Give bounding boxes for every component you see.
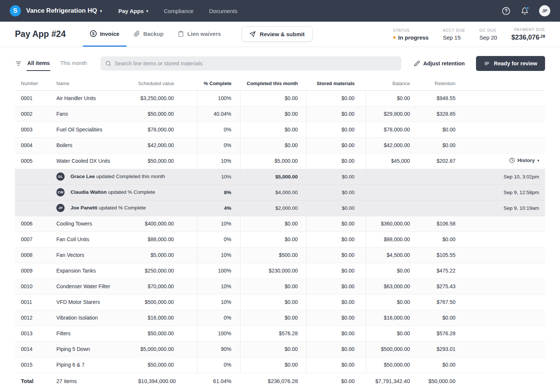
line-stored-materials[interactable]: $0.00 — [306, 357, 366, 373]
user-avatar[interactable]: JP — [539, 5, 550, 16]
table-row[interactable]: 0002 Fans $50,000.00 40.04% $0.00 $0.00 … — [15, 106, 545, 122]
line-completed-this-month[interactable]: $0.00 — [240, 231, 306, 247]
line-stored-materials[interactable]: $0.00 — [306, 279, 366, 294]
line-percent-complete[interactable]: 100% — [197, 326, 240, 341]
table-row[interactable]: 0004 Boilers $42,000.00 0% $0.00 $0.00 $… — [15, 137, 545, 153]
total-items-count: 27 items — [56, 373, 138, 390]
line-percent-complete[interactable]: 10% — [197, 279, 240, 294]
table-row[interactable]: 0005 Water Cooled DX Units $50,000.00 10… — [15, 153, 545, 169]
help-icon[interactable] — [502, 7, 510, 15]
line-stored-materials[interactable]: $0.00 — [306, 310, 366, 326]
line-completed-this-month[interactable]: $0.00 — [240, 122, 306, 137]
line-scheduled-value: $50,000.00 — [138, 357, 197, 373]
table-row[interactable]: 0003 Fuel Oil Specialities $78,000.00 0%… — [15, 122, 545, 137]
line-completed-this-month[interactable]: $0.00 — [240, 90, 306, 106]
line-completed-this-month[interactable]: $0.00 — [240, 341, 306, 357]
table-row[interactable]: 0011 VFD Motor Starers $500,000.00 10% $… — [15, 294, 545, 310]
line-completed-this-month[interactable]: $0.00 — [240, 106, 306, 122]
line-percent-complete[interactable]: 0% — [197, 137, 240, 153]
line-stored-materials[interactable]: $0.00 — [306, 263, 366, 279]
line-percent-complete[interactable]: 10% — [197, 247, 240, 263]
line-balance: $42,000.00 — [366, 137, 413, 153]
table-row[interactable]: 0001 Air Handler Units $3,250,000.00 100… — [15, 90, 545, 106]
table-row[interactable]: 0006 Cooling Towers $400,000.00 10% $0.0… — [15, 216, 545, 231]
table-row[interactable]: 0012 Vibration Isolation $16,000.00 0% $… — [15, 310, 545, 326]
line-percent-complete[interactable]: 40.04% — [197, 106, 240, 122]
line-completed-this-month[interactable]: $0.00 — [240, 310, 306, 326]
nav-pay-apps[interactable]: Pay Apps ▾ — [118, 8, 148, 14]
line-name: Filters — [56, 326, 138, 341]
tab-backup[interactable]: Backup — [127, 22, 171, 47]
line-retention: $0.00 — [413, 231, 458, 247]
line-percent-complete[interactable]: 0% — [197, 357, 240, 373]
line-percent-complete[interactable]: 0% — [197, 122, 240, 137]
history-percent-complete: 10% — [197, 169, 240, 184]
table-row[interactable]: 0014 Piping 5 Down $5,000,000.00 90% $0.… — [15, 341, 545, 357]
filter-all-items[interactable]: All items — [27, 56, 50, 71]
line-stored-materials[interactable]: $0.00 — [306, 247, 366, 263]
line-percent-complete[interactable]: 0% — [197, 310, 240, 326]
line-stored-materials[interactable]: $0.00 — [306, 326, 366, 341]
line-completed-this-month[interactable]: $5,000.00 — [240, 153, 306, 169]
line-percent-complete[interactable]: 10% — [197, 153, 240, 169]
line-completed-this-month[interactable]: $0.00 — [240, 357, 306, 373]
table-row[interactable]: 0013 Filters $50,000.00 100% $576.28 $0.… — [15, 326, 545, 341]
line-completed-this-month[interactable]: $576.28 — [240, 326, 306, 341]
line-completed-this-month[interactable]: $0.00 — [240, 137, 306, 153]
history-toggle[interactable]: History ▾ — [509, 158, 539, 163]
line-completed-this-month[interactable]: $0.00 — [240, 294, 306, 310]
app-logo[interactable]: S — [10, 5, 21, 16]
line-stored-materials[interactable]: $0.00 — [306, 90, 366, 106]
line-stored-materials[interactable]: $0.00 — [306, 231, 366, 247]
company-menu[interactable]: Vance Refrigeration HQ ▾ — [26, 7, 102, 15]
nav-documents[interactable]: Documents — [209, 8, 237, 14]
total-row: Total 27 items $10,394,000.00 61.04% $23… — [15, 373, 545, 390]
history-action: updated % Complete — [99, 205, 146, 211]
line-stored-materials[interactable]: $0.00 — [306, 216, 366, 231]
ready-for-review-button[interactable]: Ready for review — [476, 56, 545, 71]
nav-compliance[interactable]: Compliance — [164, 8, 193, 14]
line-stored-materials[interactable]: $0.00 — [306, 106, 366, 122]
line-completed-this-month[interactable]: $500.00 — [240, 247, 306, 263]
line-scheduled-value: $3,250,000.00 — [138, 90, 197, 106]
line-percent-complete[interactable]: 10% — [197, 216, 240, 231]
page-title: Pay App #24 — [15, 29, 66, 39]
search-input[interactable] — [115, 60, 396, 66]
total-completed-this-month: $236,076.28 — [240, 373, 306, 390]
line-completed-this-month[interactable]: $230,000.00 — [240, 263, 306, 279]
line-percent-complete[interactable]: 100% — [197, 263, 240, 279]
notifications-bell-icon[interactable] — [521, 7, 529, 15]
tab-invoice[interactable]: $ Invoice — [83, 22, 127, 47]
filter-icon[interactable] — [15, 60, 22, 67]
table-row[interactable]: 0009 Expansion Tanks $250,000.00 100% $2… — [15, 263, 545, 279]
line-percent-complete[interactable]: 90% — [197, 341, 240, 357]
line-stored-materials[interactable]: $0.00 — [306, 137, 366, 153]
adjust-retention-button[interactable]: Adjust retention — [414, 60, 465, 66]
line-scheduled-value: $78,000.00 — [138, 122, 197, 137]
line-percent-complete[interactable]: 100% — [197, 90, 240, 106]
filter-this-month[interactable]: This month — [59, 56, 88, 71]
line-balance: $63,000.00 — [366, 279, 413, 294]
tab-lien-waivers[interactable]: Lien waivers — [171, 22, 228, 47]
line-completed-this-month[interactable]: $0.00 — [240, 279, 306, 294]
table-row[interactable]: 0007 Fan Coil Units $88,000.00 0% $0.00 … — [15, 231, 545, 247]
line-percent-complete[interactable]: 0% — [197, 231, 240, 247]
table-row[interactable]: 0010 Condenser Water Filter $70,000.00 1… — [15, 279, 545, 294]
line-completed-this-month[interactable]: $0.00 — [240, 216, 306, 231]
line-stored-materials[interactable]: $0.00 — [306, 341, 366, 357]
chevron-down-icon: ▾ — [146, 9, 148, 13]
history-user: Claudia Walton — [71, 189, 107, 195]
search-bar[interactable] — [100, 56, 401, 71]
line-stored-materials[interactable]: $0.00 — [306, 294, 366, 310]
line-stored-materials[interactable]: $0.00 — [306, 153, 366, 169]
line-percent-complete[interactable]: 10% — [197, 294, 240, 310]
review-submit-button[interactable]: Review & submit — [242, 27, 312, 42]
table-row[interactable]: 0008 Fan Vectors $5,000.00 10% $500.00 $… — [15, 247, 545, 263]
line-retention: $0.00 — [413, 357, 458, 373]
chevron-down-icon: ▾ — [100, 9, 102, 13]
history-stored-materials: $0.00 — [306, 169, 366, 184]
line-stored-materials[interactable]: $0.00 — [306, 122, 366, 137]
line-scheduled-value: $50,000.00 — [138, 326, 197, 341]
table-row[interactable]: 0015 Piping 6 & 7 $50,000.00 0% $0.00 $0… — [15, 357, 545, 373]
line-retention: $202.87 — [413, 153, 458, 169]
